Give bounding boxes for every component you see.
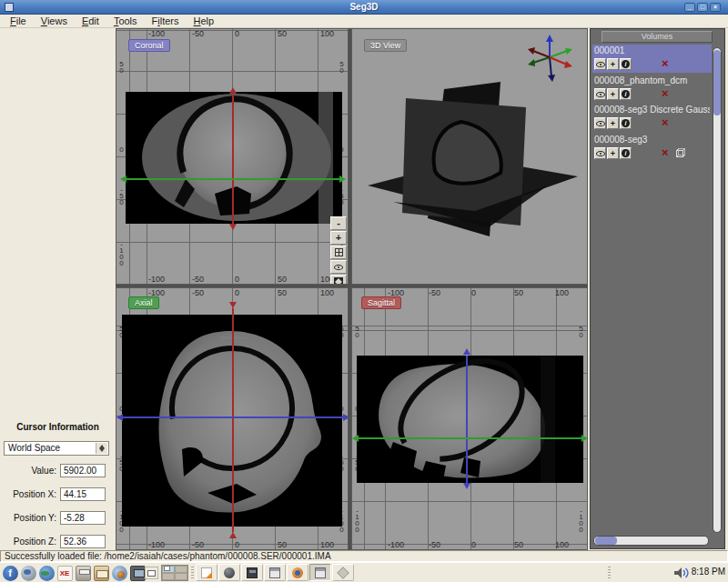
visibility-toggle-button[interactable] — [594, 88, 606, 100]
sagittal-scan-image[interactable] — [357, 356, 583, 483]
visibility-button[interactable] — [330, 260, 347, 274]
title-bar[interactable]: Seg3D _ □ × — [0, 0, 728, 15]
volumes-panel-title[interactable]: Volumes — [602, 31, 713, 43]
menu-file[interactable]: File — [3, 15, 34, 28]
isosurface-cube-icon[interactable] — [675, 147, 686, 159]
add-label-button[interactable]: + — [607, 147, 619, 159]
workspace-4[interactable] — [175, 573, 187, 580]
add-label-button[interactable]: + — [607, 88, 619, 100]
launcher-xemacs[interactable]: XE — [56, 564, 74, 582]
show-desktop-button[interactable] — [145, 567, 158, 579]
menu-views[interactable]: Views — [34, 15, 75, 28]
delete-volume-button[interactable]: × — [662, 146, 669, 159]
taskbar-window-terminal[interactable] — [241, 564, 263, 581]
workspace-3[interactable] — [162, 573, 175, 580]
3d-view-label[interactable]: 3D View — [364, 39, 407, 52]
axial-view-label[interactable]: Axial — [128, 296, 159, 309]
volume-item[interactable]: 000008-seg3 + i × — [592, 134, 712, 162]
ruler-label: -100 — [388, 540, 404, 549]
volume-name[interactable]: 000008_phantom_dcm — [594, 75, 710, 87]
visibility-toggle-button[interactable] — [594, 117, 606, 129]
workspace-2[interactable] — [175, 566, 187, 573]
value-field[interactable] — [60, 464, 106, 477]
menu-filters[interactable]: Filters — [145, 15, 187, 28]
eye-icon — [596, 62, 605, 67]
ruler-label: 0 — [235, 29, 239, 38]
taskbar-window-seg3d[interactable] — [309, 564, 331, 581]
volume-item[interactable]: 000008-seg3 Discrete Gaussia + i × — [592, 104, 712, 132]
taskbar-window-app4[interactable] — [264, 564, 286, 581]
window-title: Seg3D — [0, 2, 728, 12]
ruler-label: 50 — [577, 325, 585, 337]
launcher-browser[interactable] — [19, 564, 37, 582]
ruler-label: -100 — [353, 507, 361, 532]
delete-volume-button[interactable]: × — [662, 87, 669, 100]
viewport-axial[interactable]: -100-50050100 -100-50050100 500-50-100 5… — [116, 287, 349, 550]
close-button[interactable]: × — [710, 3, 721, 12]
ruler-label: 100 — [320, 288, 334, 297]
volume-info-button[interactable]: i — [620, 117, 632, 129]
delete-volume-button[interactable]: × — [662, 57, 669, 70]
position-x-field[interactable] — [60, 487, 106, 501]
coronal-scan-image[interactable] — [126, 92, 342, 224]
grid-toggle-button[interactable] — [330, 246, 347, 259]
ruler-label: -100 — [148, 275, 165, 284]
sagittal-view-label[interactable]: Sagittal — [361, 296, 401, 309]
volume-icon[interactable] — [673, 567, 690, 579]
volume-name[interactable]: 000001 — [594, 45, 710, 57]
zoom-out-button[interactable]: - — [330, 216, 347, 230]
info-icon: i — [622, 149, 630, 157]
scrollbar-thumb[interactable] — [713, 50, 721, 115]
launcher-printer[interactable] — [74, 564, 92, 582]
visibility-toggle-button[interactable] — [594, 147, 606, 159]
volume-item[interactable]: 000008_phantom_dcm + i × — [592, 75, 712, 103]
taskbar-window-app7[interactable] — [332, 564, 354, 581]
delete-volume-button[interactable]: × — [662, 116, 669, 129]
taskbar-window-editor[interactable] — [196, 564, 217, 581]
scrollbar-thumb[interactable] — [595, 537, 617, 545]
viewport-coronal[interactable]: -100-50050100 -100-50050100 500-50-100 5… — [116, 28, 349, 285]
workspace-1[interactable] — [162, 566, 175, 573]
add-label-button[interactable]: + — [607, 117, 619, 129]
launcher-web[interactable] — [37, 564, 56, 582]
spinner-arrows-icon[interactable] — [96, 443, 107, 454]
coronal-view-label[interactable]: Coronal — [128, 39, 170, 52]
launcher-fedora[interactable]: f — [1, 564, 19, 582]
ruler-label: 50 — [278, 275, 287, 284]
volume-info-button[interactable]: i — [620, 88, 632, 100]
viewport-sagittal[interactable]: -100-50050100 -100-50050100 500-50-100 5… — [351, 287, 588, 550]
expand-view-button[interactable] — [330, 275, 347, 285]
taskbar-separator — [191, 567, 194, 579]
position-y-field[interactable] — [60, 511, 106, 525]
ruler-label: -100 — [117, 240, 126, 266]
terminal-icon — [247, 567, 258, 578]
launcher-network[interactable] — [110, 564, 128, 582]
launcher-computer[interactable] — [128, 564, 147, 582]
menu-tools[interactable]: Tools — [106, 15, 145, 28]
taskbar-window-app2[interactable] — [218, 564, 240, 581]
volume-info-button[interactable]: i — [620, 147, 632, 159]
window-icon — [269, 567, 280, 578]
volume-name[interactable]: 000008-seg3 Discrete Gaussia — [594, 105, 710, 116]
workspace-pager[interactable] — [161, 565, 188, 581]
ruler-label: -100 — [148, 540, 165, 549]
3d-volume-render[interactable] — [366, 75, 580, 270]
volume-name[interactable]: 000008-seg3 — [594, 135, 710, 146]
zoom-in-button[interactable]: + — [330, 231, 347, 245]
volume-info-button[interactable]: i — [620, 58, 632, 70]
volumes-vertical-scrollbar[interactable] — [713, 47, 722, 533]
maximize-button[interactable]: □ — [697, 3, 708, 12]
launcher-mail[interactable] — [92, 564, 110, 582]
volumes-horizontal-scrollbar[interactable] — [593, 536, 709, 546]
minimize-button[interactable]: _ — [684, 3, 695, 12]
add-label-button[interactable]: + — [607, 58, 619, 70]
taskbar-window-firefox[interactable] — [287, 564, 308, 581]
ruler-label: -50 — [192, 540, 204, 549]
space-mode-select[interactable]: World Space — [4, 441, 109, 456]
menu-edit[interactable]: Edit — [75, 15, 106, 28]
menu-help[interactable]: Help — [187, 15, 222, 28]
volume-item[interactable]: 000001 + i × — [592, 45, 712, 73]
viewport-3d[interactable]: 3D View — [351, 28, 588, 285]
visibility-toggle-button[interactable] — [594, 58, 606, 70]
position-z-field[interactable] — [60, 535, 106, 548]
